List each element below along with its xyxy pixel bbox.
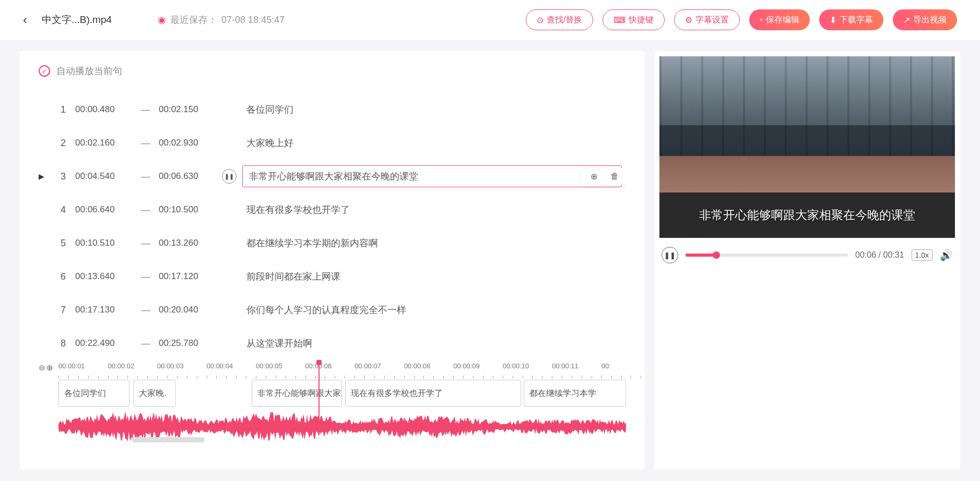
- dash: —: [133, 271, 159, 282]
- timeline-clip[interactable]: 大家晚.: [133, 380, 176, 407]
- start-time[interactable]: 00:02.160: [75, 138, 133, 148]
- subtitle-editor: ✓ 自动播放当前句 100:00.480—00:02.150各位同学们200:0…: [20, 51, 645, 470]
- end-time[interactable]: 00:20.040: [159, 305, 216, 315]
- subtitle-row[interactable]: 500:10.510—00:13.260都在继续学习本学期的新内容啊: [39, 226, 622, 260]
- waveform[interactable]: ▾: [58, 411, 626, 442]
- delete-button[interactable]: 🗑: [608, 170, 621, 183]
- subtitle-row[interactable]: 800:22.490—00:25.780从这堂课开始啊: [39, 327, 622, 358]
- ruler-tick: 00:00:11: [552, 362, 578, 370]
- dash: —: [133, 171, 159, 182]
- download-subtitle-button[interactable]: ⬇下载字幕: [819, 9, 883, 30]
- timeline-clip[interactable]: 都在继续学习本学: [524, 380, 626, 407]
- ruler-tick: 00:00:03: [157, 362, 184, 370]
- timeline-clip[interactable]: 非常开心能够啊跟大家相: [252, 380, 343, 407]
- row-pause[interactable]: ❚❚: [216, 169, 242, 184]
- timeline-ruler[interactable]: ⊖ ⊕ 00:00:0100:00:0200:00:0300:00:0400:0…: [58, 362, 626, 376]
- video-preview-panel: 非常开心能够啊跟大家相聚在今晚的课堂 ❚❚ 00:06 / 00:31 1.0x…: [654, 51, 960, 470]
- subtitle-text[interactable]: 现在有很多学校也开学了: [242, 203, 622, 216]
- row-index: 4: [51, 205, 75, 215]
- zoom-out-button[interactable]: ⊖: [39, 363, 45, 372]
- download-icon: ⬇: [830, 15, 836, 25]
- add-button[interactable]: ⊕: [587, 170, 600, 183]
- subtitle-text[interactable]: 各位同学们: [242, 103, 622, 116]
- subtitle-text[interactable]: 大家晚上好: [242, 137, 622, 149]
- dash: —: [133, 205, 159, 215]
- start-time[interactable]: 00:17.130: [75, 305, 133, 315]
- subtitle-settings-button[interactable]: ⚙字幕设置: [674, 9, 740, 30]
- video-pause-button[interactable]: ❚❚: [662, 247, 678, 263]
- end-time[interactable]: 00:17.120: [159, 271, 216, 282]
- header-actions: ⊙查找/替换 ⌨快捷键 ⚙字幕设置 ▫保存编辑 ⬇下载字幕 ↗导出视频: [526, 9, 957, 30]
- dash: —: [133, 305, 159, 316]
- save-edit-button[interactable]: ▫保存编辑: [749, 9, 810, 30]
- end-time[interactable]: 00:10.500: [159, 205, 216, 215]
- dash: —: [133, 238, 159, 249]
- zoom-in-button[interactable]: ⊕: [46, 363, 53, 372]
- ruler-tick: 00:00:04: [207, 362, 233, 370]
- timeline-scrollbar[interactable]: [132, 437, 205, 442]
- clock-icon: ◉: [158, 14, 166, 26]
- zoom-controls: ⊖ ⊕: [39, 363, 53, 372]
- row-index: 5: [51, 238, 75, 249]
- check-icon: ✓: [39, 65, 50, 77]
- save-icon: ▫: [760, 15, 763, 25]
- playback-speed[interactable]: 1.0x: [912, 249, 932, 261]
- back-button[interactable]: ‹: [23, 13, 27, 27]
- video-time: 00:06 / 00:31: [855, 250, 904, 260]
- start-time[interactable]: 00:10.510: [75, 238, 133, 248]
- video-overlay: [659, 56, 955, 156]
- timeline-clips[interactable]: ❚❚ 各位同学们大家晚.非常开心能够啊跟大家相现在有很多学校也开学了都在继续学习…: [58, 380, 626, 409]
- video-preview[interactable]: 非常开心能够啊跟大家相聚在今晚的课堂: [659, 56, 955, 238]
- subtitle-text[interactable]: 从这堂课开始啊: [242, 337, 622, 350]
- end-time[interactable]: 00:02.930: [159, 138, 216, 148]
- search-icon: ⊙: [537, 15, 544, 25]
- subtitle-input[interactable]: [242, 165, 622, 187]
- timeline-clip[interactable]: 各位同学们: [58, 380, 129, 407]
- timeline: ⊖ ⊕ 00:00:0100:00:0200:00:0300:00:0400:0…: [39, 362, 626, 456]
- subtitle-text[interactable]: 都在继续学习本学期的新内容啊: [242, 237, 622, 249]
- start-time[interactable]: 00:00.480: [75, 104, 133, 115]
- start-time[interactable]: 00:13.640: [75, 271, 133, 282]
- ruler-tick: 00:00:05: [256, 362, 282, 370]
- video-progress[interactable]: [686, 254, 848, 257]
- dash: —: [133, 338, 159, 349]
- subtitle-row[interactable]: ▶300:04.540—00:06.630❚❚⊕🗑: [39, 160, 622, 193]
- export-icon: ↗: [903, 15, 910, 25]
- volume-icon[interactable]: 🔊: [940, 249, 953, 261]
- progress-thumb[interactable]: [713, 251, 720, 259]
- end-time[interactable]: 00:02.150: [159, 104, 216, 115]
- subtitle-row[interactable]: 200:02.160—00:02.930大家晚上好: [39, 126, 622, 160]
- row-index: 2: [51, 138, 75, 149]
- dash: —: [133, 104, 159, 115]
- play-icon: ▶: [39, 172, 51, 181]
- subtitle-row[interactable]: 100:00.480—00:02.150各位同学们: [39, 93, 622, 126]
- timeline-clip[interactable]: 现在有很多学校也开学了: [345, 380, 521, 407]
- progress-fill: [686, 254, 716, 257]
- subtitle-row[interactable]: 700:17.130—00:20.040你们每个人学习的认真程度完全不一样: [39, 293, 622, 327]
- filename: 中文字...B).mp4: [42, 13, 112, 27]
- save-info[interactable]: ◉ 最近保存： 07-08 18:45:47: [158, 14, 285, 26]
- shortcut-button[interactable]: ⌨快捷键: [603, 9, 665, 30]
- ruler-tick: 00:00:10: [503, 362, 529, 370]
- end-time[interactable]: 00:25.780: [159, 338, 216, 348]
- ruler-tick: 00:00:02: [108, 362, 135, 370]
- end-time[interactable]: 00:13.260: [159, 238, 216, 248]
- end-time[interactable]: 00:06.630: [159, 171, 216, 182]
- subtitle-text[interactable]: 前段时间都在家上网课: [242, 270, 622, 283]
- autoplay-toggle[interactable]: ✓ 自动播放当前句: [39, 65, 626, 77]
- row-index: 3: [51, 171, 75, 182]
- row-index: 7: [51, 305, 75, 316]
- ruler-tick: 00:00:01: [58, 362, 85, 370]
- playhead[interactable]: [318, 362, 320, 435]
- subtitle-text[interactable]: 你们每个人学习的认真程度完全不一样: [242, 304, 622, 316]
- export-video-button[interactable]: ↗导出视频: [893, 9, 957, 30]
- video-controls: ❚❚ 00:06 / 00:31 1.0x 🔊: [659, 242, 955, 268]
- start-time[interactable]: 00:04.540: [75, 171, 133, 182]
- gear-icon: ⚙: [685, 15, 692, 25]
- subtitle-row[interactable]: 600:13.640—00:17.120前段时间都在家上网课: [39, 260, 622, 293]
- start-time[interactable]: 00:22.490: [75, 338, 133, 348]
- ruler-tick: 00:: [601, 362, 611, 370]
- find-replace-button[interactable]: ⊙查找/替换: [526, 9, 593, 30]
- start-time[interactable]: 00:06.640: [75, 205, 133, 215]
- subtitle-row[interactable]: 400:06.640—00:10.500现在有很多学校也开学了: [39, 193, 622, 226]
